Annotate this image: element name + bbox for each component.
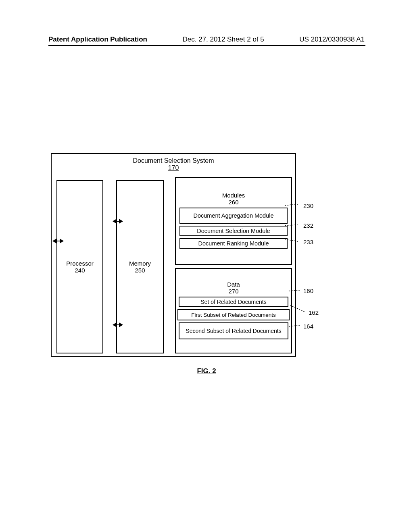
- data-first-subset-label: First Subset of Related Documents: [191, 312, 275, 318]
- module-ranking: Document Ranking Module: [179, 238, 288, 249]
- data-block: Data 270 Set of Related Documents First …: [175, 268, 292, 353]
- module-selection-label: Document Selection Module: [197, 228, 270, 234]
- data-second-subset-label: Second Subset of Related Documents: [186, 328, 281, 334]
- header-left: Patent Application Publication: [48, 35, 147, 44]
- callout-232: 232: [303, 222, 313, 229]
- data-set-label: Set of Related Documents: [200, 299, 266, 305]
- processor-block: Processor 240: [56, 180, 103, 353]
- modules-number: 260: [228, 199, 238, 206]
- processor-number: 240: [75, 267, 85, 274]
- modules-title: Modules 260: [176, 192, 291, 206]
- memory-number: 250: [135, 267, 145, 274]
- header-right: US 2012/0330938 A1: [299, 35, 365, 44]
- system-title-text: Document Selection System: [133, 157, 214, 164]
- callout-230: 230: [303, 202, 313, 209]
- figure-label: FIG. 2: [0, 367, 413, 375]
- data-second-subset: Second Subset of Related Documents: [179, 322, 288, 339]
- memory-block: Memory 250: [116, 180, 164, 353]
- arrow-memory-data: [113, 324, 123, 325]
- system-number: 170: [168, 164, 179, 171]
- modules-block: Modules 260 Document Aggregation Module …: [175, 177, 292, 265]
- module-selection: Document Selection Module: [179, 226, 288, 236]
- processor-label: Processor: [66, 260, 94, 267]
- callout-233: 233: [303, 239, 313, 245]
- modules-title-text: Modules: [222, 192, 245, 199]
- header-divider: [48, 45, 365, 46]
- header-center: Dec. 27, 2012 Sheet 2 of 5: [183, 35, 264, 44]
- data-number: 270: [228, 288, 238, 295]
- callout-160: 160: [303, 287, 313, 294]
- data-title: Data 270: [176, 281, 291, 295]
- data-set: Set of Related Documents: [179, 297, 288, 307]
- module-aggregation: Document Aggregation Module: [179, 208, 288, 224]
- system-title: Document Selection System 170: [52, 157, 295, 172]
- module-ranking-label: Document Ranking Module: [198, 240, 269, 247]
- callout-162: 162: [309, 309, 319, 316]
- data-first-subset: First Subset of Related Documents: [177, 309, 290, 320]
- arrow-memory-modules: [113, 221, 123, 222]
- memory-label: Memory: [129, 260, 151, 267]
- module-aggregation-label: Document Aggregation Module: [193, 212, 273, 219]
- data-title-text: Data: [227, 281, 240, 288]
- callout-164: 164: [303, 323, 313, 330]
- system-container: Document Selection System 170 Processor …: [51, 153, 296, 357]
- arrow-processor-memory: [53, 241, 63, 241]
